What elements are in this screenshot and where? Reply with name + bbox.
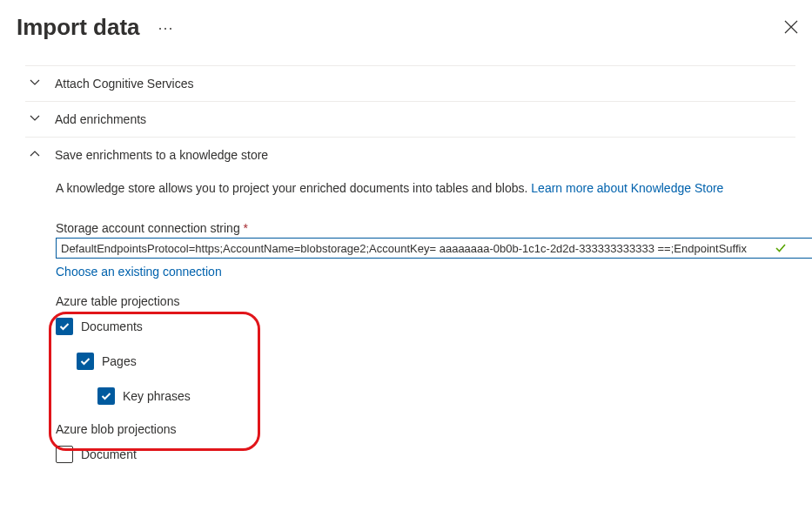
chevron-down-icon: [30, 112, 40, 126]
learn-more-link[interactable]: Learn more about Knowledge Store: [531, 181, 723, 195]
description-text: A knowledge store allows you to project …: [56, 181, 531, 195]
checkbox-label: Key phrases: [123, 389, 191, 403]
accordion-add-enrichments[interactable]: Add enrichments: [25, 101, 795, 137]
accordion-label: Attach Cognitive Services: [55, 77, 194, 91]
knowledge-store-description: A knowledge store allows you to project …: [56, 181, 791, 195]
accordion-save-enrichments[interactable]: Save enrichments to a knowledge store: [25, 137, 795, 172]
checkbox-icon: [77, 353, 94, 370]
close-icon[interactable]: [784, 20, 798, 37]
azure-table-projections-heading: Azure table projections: [56, 294, 791, 308]
page-title: Import data: [17, 14, 140, 41]
more-icon[interactable]: ⋯: [158, 18, 175, 37]
checkbox-icon: [56, 318, 73, 335]
required-asterisk: *: [244, 221, 248, 235]
azure-blob-projections-heading: Azure blob projections: [56, 422, 791, 436]
checkbox-label: Documents: [81, 319, 143, 333]
checkbox-document-blob[interactable]: Document: [56, 446, 791, 463]
connection-string-input[interactable]: [56, 238, 812, 259]
accordion-label: Save enrichments to a knowledge store: [55, 148, 268, 162]
checkbox-key-phrases[interactable]: Key phrases: [97, 387, 791, 405]
connection-string-label: Storage account connection string *: [56, 221, 791, 235]
chevron-up-icon: [30, 148, 40, 162]
chevron-down-icon: [30, 77, 40, 91]
choose-existing-connection-link[interactable]: Choose an existing connection: [56, 265, 791, 279]
checkbox-icon: [97, 387, 115, 405]
checkbox-documents[interactable]: Documents: [56, 318, 791, 335]
accordion-label: Add enrichments: [55, 112, 146, 126]
checkbox-label: Pages: [102, 354, 137, 368]
checkbox-label: Document: [81, 447, 137, 461]
checkbox-icon: [56, 446, 73, 463]
label-text: Storage account connection string: [56, 221, 244, 235]
checkbox-pages[interactable]: Pages: [77, 353, 791, 370]
checkmark-icon: [775, 242, 787, 257]
accordion-attach-cognitive-services[interactable]: Attach Cognitive Services: [25, 65, 795, 101]
